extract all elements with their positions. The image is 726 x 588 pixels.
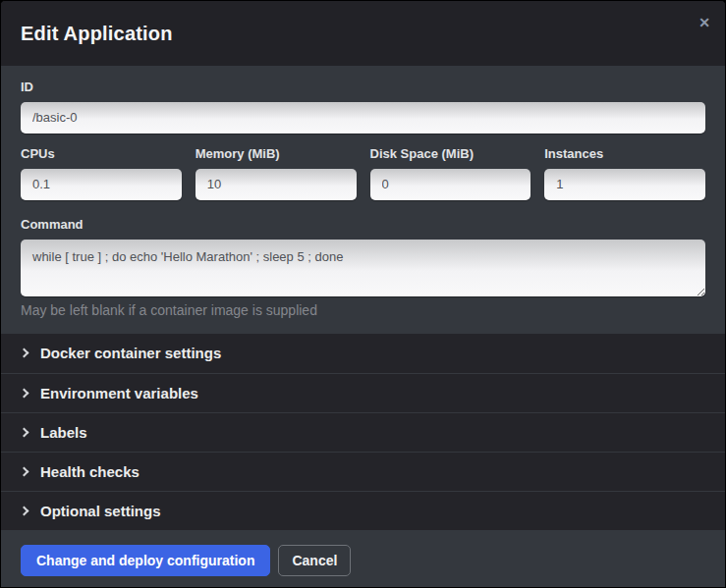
chevron-right-icon — [20, 427, 29, 437]
memory-input[interactable] — [195, 169, 357, 200]
id-label: ID — [21, 80, 705, 95]
section-optional-settings[interactable]: Optional settings — [1, 491, 725, 530]
chevron-right-icon — [20, 348, 29, 358]
chevron-right-icon — [20, 506, 29, 515]
id-input[interactable] — [21, 102, 705, 134]
section-label: Labels — [40, 424, 87, 441]
command-textarea[interactable]: while [ true ] ; do echo 'Hello Marathon… — [21, 240, 705, 296]
close-icon: ✕ — [698, 15, 710, 30]
section-label: Environment variables — [40, 385, 198, 401]
section-labels[interactable]: Labels — [1, 412, 725, 452]
edit-application-modal: Edit Application ✕ ID CPUs Memory (MiB) … — [0, 0, 726, 588]
modal-footer: Change and deploy configuration Cancel — [1, 530, 725, 588]
cancel-button[interactable]: Cancel — [278, 545, 351, 576]
close-button[interactable]: ✕ — [695, 12, 714, 33]
cpus-label: CPUs — [21, 147, 182, 162]
cpus-input[interactable] — [21, 169, 182, 200]
accordion-sections: Docker container settings Environment va… — [1, 334, 725, 530]
instances-field-group: Instances — [544, 147, 705, 200]
section-environment-variables[interactable]: Environment variables — [1, 373, 725, 412]
modal-header: Edit Application ✕ — [1, 1, 725, 66]
section-docker-container-settings[interactable]: Docker container settings — [1, 334, 725, 373]
memory-label: Memory (MiB) — [195, 147, 357, 162]
section-label: Docker container settings — [40, 345, 221, 361]
id-field-group: ID — [21, 80, 705, 134]
chevron-right-icon — [20, 466, 29, 476]
change-and-deploy-button[interactable]: Change and deploy configuration — [21, 545, 270, 576]
command-field-group: Command while [ true ] ; do echo 'Hello … — [21, 218, 705, 318]
chevron-right-icon — [20, 388, 29, 398]
section-label: Health checks — [40, 463, 140, 480]
disk-field-group: Disk Space (MiB) — [370, 147, 531, 200]
memory-field-group: Memory (MiB) — [195, 147, 357, 200]
application-form: ID CPUs Memory (MiB) Disk Space (MiB) In… — [1, 66, 725, 334]
section-health-checks[interactable]: Health checks — [1, 452, 725, 491]
command-help-text: May be left blank if a container image i… — [21, 302, 705, 318]
section-label: Optional settings — [40, 503, 161, 519]
page-title: Edit Application — [21, 23, 173, 45]
disk-space-input[interactable] — [370, 169, 531, 200]
instances-label: Instances — [544, 147, 705, 162]
instances-input[interactable] — [544, 169, 705, 200]
resources-row: CPUs Memory (MiB) Disk Space (MiB) Insta… — [21, 147, 705, 200]
disk-space-label: Disk Space (MiB) — [370, 147, 531, 162]
cpus-field-group: CPUs — [21, 147, 182, 200]
command-label: Command — [21, 218, 705, 233]
